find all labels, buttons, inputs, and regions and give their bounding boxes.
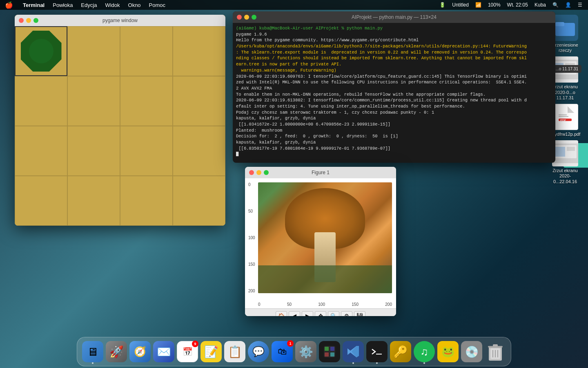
grid-cell-0-3[interactable] <box>173 26 225 76</box>
grid-cell-3-0[interactable] <box>15 176 67 226</box>
menubar-powloka[interactable]: Powłoka <box>49 0 76 10</box>
menubar-edycja[interactable]: Edycja <box>78 0 100 10</box>
figure-yaxis: 0 50 100 150 200 <box>245 178 258 301</box>
diskutil-icon: 💿 <box>465 345 479 359</box>
toolbar-settings-button[interactable]: ⚙ <box>341 311 352 316</box>
close-button[interactable] <box>19 18 24 23</box>
pygame-canvas <box>15 26 225 226</box>
dock-messages[interactable]: 💬 <box>248 341 269 362</box>
svg-rect-11 <box>559 114 567 115</box>
grid-cell-2-1[interactable] <box>67 126 120 176</box>
xaxis-label-2: 100 <box>318 302 325 307</box>
menubar-pomoc[interactable]: Pomoc <box>146 0 169 10</box>
maximize-button[interactable] <box>33 18 38 23</box>
pygame-titlebar: pygame window <box>15 15 225 26</box>
dock-diskutil[interactable]: 💿 <box>461 341 482 362</box>
svg-rect-27 <box>493 344 498 347</box>
menubar-widok[interactable]: Widok <box>102 0 123 10</box>
grid-cell-2-2[interactable] <box>120 126 173 176</box>
messages-icon: 💬 <box>252 346 265 357</box>
terminal-line-4: : The sklearn.tree.export module is depr… <box>236 49 552 56</box>
dock-calendar[interactable]: 📅 9 <box>177 341 198 362</box>
figure-window: Figure 1 0 50 100 150 200 0 50 100 150 2… <box>245 167 396 316</box>
menubar-search[interactable]: 🔍 <box>550 0 561 10</box>
grid-cell-3-2[interactable] <box>120 176 173 226</box>
terminal-active-dot <box>376 362 378 364</box>
terminal-title: AIProjekt — python main.py — 113×24 <box>352 14 437 20</box>
pygame-window: pygame window <box>15 15 225 226</box>
figure-maximize-button[interactable] <box>264 170 269 175</box>
pygame-window-title: pygame window <box>102 18 138 23</box>
dock-notes[interactable]: 📝 <box>200 341 222 362</box>
grid-cell-0-0[interactable] <box>15 26 67 76</box>
frogger-icon: 🐸 <box>441 346 454 358</box>
grid-cell-3-3[interactable] <box>173 176 225 226</box>
mushroom-image <box>258 182 392 293</box>
toolbar-save-button[interactable]: 💾 <box>354 311 365 316</box>
dock-trash[interactable] <box>485 341 506 362</box>
figure-minimize-button[interactable] <box>256 170 261 175</box>
menubar-right: 🔋 Untitled 📶 100% Wt. 22:05 Kuba 🔍 👤 ☰ <box>437 0 588 10</box>
svg-rect-2 <box>555 22 564 26</box>
svg-rect-22 <box>370 346 384 357</box>
terminal-titlebar: AIProjekt — python main.py — 113×24 <box>233 11 555 23</box>
finder-icon: 🖥 <box>87 345 98 359</box>
dock: 🖥 🚀 🧭 ✉️ 📅 9 📝 📋 💬 🛍 1 ⚙️ <box>77 337 511 366</box>
plant-inner <box>29 39 53 63</box>
dock-frogger[interactable]: 🐸 <box>437 341 459 362</box>
dock-launchpad[interactable]: 🚀 <box>106 341 127 362</box>
dock-reminders[interactable]: 📋 <box>224 341 245 362</box>
trash-icon <box>487 343 503 361</box>
apple-menu[interactable]: 🍎 <box>0 0 18 10</box>
toolbar-pan-button[interactable]: ✥ <box>315 311 326 316</box>
menubar-okno[interactable]: Okno <box>125 0 144 10</box>
terminal-line-11: To enable them in non-MKL-DNN operations… <box>236 92 552 98</box>
grid-cell-2-0[interactable] <box>15 126 67 176</box>
dock-spotify[interactable]: ♫ <box>414 341 435 362</box>
menubar-app-name[interactable]: Terminal <box>20 0 48 10</box>
grid-cell-1-0[interactable] <box>15 76 67 126</box>
terminal-line-20: kapusta, kalafior, grzyb, dynia <box>236 139 552 146</box>
terminal-line-13: efault inter op setting: 4. Tune using i… <box>236 103 552 110</box>
terminal-window: AIProjekt — python main.py — 113×24 (aiG… <box>233 11 555 163</box>
toolbar-forward-button[interactable]: ▶ <box>302 311 313 316</box>
dock-keychain[interactable]: 🔑 <box>390 341 411 362</box>
calendar-badge: 9 <box>192 341 198 347</box>
dock-mail[interactable]: ✉️ <box>153 341 174 362</box>
terminal-close-button[interactable] <box>237 15 242 20</box>
grid-cell-0-2[interactable] <box>120 26 173 76</box>
dock-appstore[interactable]: 🛍 1 <box>272 341 293 362</box>
yaxis-label-2: 100 <box>248 236 256 240</box>
toolbar-zoom-button[interactable]: 🔍 <box>328 311 339 316</box>
menubar: 🍎 Terminal Powłoka Edycja Widok Okno Pom… <box>0 0 588 10</box>
grid-cell-0-1[interactable] <box>67 26 120 76</box>
svg-rect-12 <box>559 116 568 117</box>
menubar-controls[interactable]: ☰ <box>575 0 585 10</box>
toolbar-home-button[interactable]: 🏠 <box>276 311 287 316</box>
svg-rect-19 <box>330 347 334 351</box>
dock-sysprefs[interactable]: ⚙️ <box>295 341 316 362</box>
terminal-content[interactable]: (aiGame) kuba@MacBook-Air-user AIProjekt… <box>233 23 555 163</box>
svg-text:PDF: PDF <box>560 119 566 122</box>
terminal-minimize-button[interactable] <box>244 15 249 20</box>
terminal-line-19: Decision for: 2 , feed: 0 , growth: 0 , … <box>236 133 552 139</box>
dock-finder[interactable]: 🖥 <box>82 341 103 362</box>
toolbar-back-button[interactable]: ◀ <box>289 311 300 316</box>
minimize-button[interactable] <box>26 18 31 23</box>
terminal-maximize-button[interactable] <box>252 15 256 20</box>
grid-cell-1-2[interactable] <box>120 76 173 126</box>
grid-cell-3-1[interactable] <box>67 176 120 226</box>
grid-cell-2-3[interactable] <box>173 126 225 176</box>
dock-terminal[interactable] <box>366 341 388 362</box>
grid-cell-1-3[interactable] <box>173 76 225 126</box>
dock-safari[interactable]: 🧭 <box>129 341 151 362</box>
figure-content: 0 50 100 150 200 <box>245 178 396 301</box>
dock-stocks[interactable] <box>319 341 340 362</box>
svg-rect-18 <box>325 347 329 351</box>
menubar-left: 🍎 Terminal Powłoka Edycja Widok Okno Pom… <box>0 0 169 10</box>
grid-cell-1-1[interactable] <box>67 76 120 126</box>
menubar-user: Kuba <box>532 0 548 10</box>
dock-vscode[interactable] <box>343 341 364 362</box>
menubar-avatar: 👤 <box>563 0 574 10</box>
figure-close-button[interactable] <box>249 170 254 175</box>
